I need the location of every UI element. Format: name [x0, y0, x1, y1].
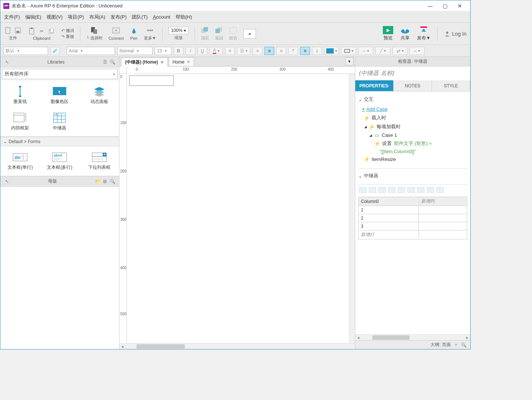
rt-btn-1[interactable] [359, 187, 366, 193]
maximize-button[interactable]: ▢ [438, 1, 452, 11]
event-onload[interactable]: ⚡ 载入时 [358, 113, 467, 122]
bold-button[interactable]: B [174, 47, 183, 55]
widget-text-area[interactable]: abcd 文本框(多行) [41, 149, 78, 173]
menu-help[interactable]: 帮助(H) [176, 14, 192, 20]
widget-hotspot[interactable]: 图像热区 [41, 84, 78, 107]
table-cell[interactable]: 2 [359, 214, 419, 222]
tab-notes[interactable]: NOTES [394, 80, 432, 91]
corner-button[interactable]: ⌐ [410, 47, 424, 55]
repeater-section[interactable]: ⌄ 中继器 [358, 168, 467, 181]
preview-button[interactable]: ▶ 预览 [383, 26, 393, 41]
col-header-0[interactable]: Column0 [359, 197, 419, 206]
align-center-button[interactable]: ≡ [265, 47, 274, 55]
menu-file[interactable]: 文件(F) [4, 14, 20, 20]
undo-button[interactable]: ↶撤消 [61, 28, 74, 33]
save-icon[interactable] [14, 26, 22, 35]
close-button[interactable]: ✕ [452, 1, 467, 11]
rt-btn-2[interactable] [369, 187, 376, 193]
inspector-hscroll[interactable]: ◂▸ [355, 334, 470, 340]
outline-label[interactable]: 大纲: 页面 [430, 342, 451, 348]
vscrollbar[interactable] [349, 74, 355, 343]
table-cell[interactable]: 3 [359, 222, 419, 230]
rt-btn-3[interactable] [378, 187, 386, 193]
font-color-button[interactable]: A [209, 47, 223, 55]
paste-icon[interactable] [28, 27, 36, 35]
design-canvas[interactable] [127, 74, 349, 343]
menu-project[interactable]: 项目(P) [68, 14, 84, 20]
align-right-button[interactable]: ≡ [276, 47, 286, 55]
rt-btn-9[interactable] [436, 187, 444, 193]
zoom-combo[interactable]: 100%▾ [169, 27, 189, 34]
table-cell[interactable] [419, 222, 467, 230]
new-file-icon[interactable] [4, 26, 12, 35]
menu-icon[interactable]: ☰ [101, 58, 109, 66]
tab-properties[interactable]: PROPERTIES• [355, 80, 394, 91]
collapse-icon[interactable]: ↖ [3, 178, 11, 185]
toolbar-overflow-button[interactable]: » [243, 29, 256, 39]
copy-icon[interactable] [47, 27, 55, 35]
toolbar-select-group[interactable]: └ 选择时 [86, 26, 103, 41]
tab-repeater-home[interactable]: (中继器) (Home) ✕ [121, 58, 168, 67]
menu-publish[interactable]: 发布(P) [110, 14, 126, 20]
repeater-widget-shape[interactable] [129, 75, 174, 86]
publish-button[interactable]: 发布▼ [417, 26, 430, 41]
fill-color-button[interactable] [324, 47, 339, 55]
action-set-text[interactable]: ⚡ 设置 部件文字 (矩形) = [358, 139, 467, 148]
forms-section-header[interactable]: ⌄ Default > Forms [0, 137, 119, 146]
valign-top-button[interactable]: ⤒ [288, 47, 298, 55]
event-itemresize[interactable]: ⚡ ItemResize [358, 155, 467, 163]
search-icon[interactable]: 🔍 [109, 58, 116, 66]
table-cell[interactable] [419, 214, 467, 222]
close-icon[interactable]: ✕ [160, 60, 164, 65]
add-page-icon[interactable]: ⊞ [101, 178, 109, 185]
widget-inline-frame[interactable]: 内部框架 [2, 110, 38, 133]
underline-button[interactable]: U [198, 47, 207, 55]
filter-icon[interactable]: ⑂ [455, 342, 457, 348]
line-style-button[interactable]: ╱ [375, 47, 390, 55]
interactions-section[interactable]: ⌄ 交互 [358, 94, 467, 105]
repeater-data-table[interactable]: Column0 新增列 1 2 3 新增行 [358, 197, 467, 239]
toolbar-back-group[interactable]: 返回 [215, 26, 223, 41]
menu-team[interactable]: 团队(T) [132, 14, 148, 20]
rt-btn-4[interactable] [388, 187, 395, 193]
widget-name-field[interactable]: (中继器 名称) [355, 67, 470, 80]
search-icon[interactable]: 🔍 [109, 178, 116, 185]
toolbar-more-group[interactable]: ••• 更多▼ [144, 26, 156, 41]
search-icon[interactable]: 🔍 [461, 342, 467, 348]
table-cell[interactable]: 1 [359, 206, 419, 214]
valign-middle-button[interactable]: ≡ [300, 47, 310, 55]
font-size-combo[interactable]: 13 [155, 47, 172, 55]
widget-text-field[interactable]: abc 文本框(单行) [2, 149, 38, 173]
arrow-style-button[interactable]: ⇄ [392, 47, 407, 55]
minimize-button[interactable]: — [423, 1, 438, 11]
menu-view[interactable]: 视图(V) [47, 14, 63, 20]
widget-droplist[interactable]: 下拉列表框 [81, 149, 118, 173]
tabs-dropdown[interactable]: ▾ [345, 57, 353, 65]
add-case-link[interactable]: + Add Case [358, 105, 467, 113]
line-spacing-button[interactable]: ☰ [237, 47, 250, 55]
collapse-icon[interactable]: ↖ [3, 58, 11, 66]
italic-button[interactable]: I [186, 47, 195, 55]
redo-button[interactable]: ↷重做 [61, 34, 74, 39]
toolbar-connect-group[interactable]: Connect [109, 27, 124, 41]
toolbar-clipboard-group[interactable]: ✂ Clipboard [28, 27, 55, 41]
font-combo[interactable]: Arial [67, 47, 115, 55]
login-button[interactable]: Log In [444, 31, 467, 37]
style-combo[interactable]: 默认 [3, 47, 48, 55]
row-new[interactable]: 新增行 [359, 230, 419, 239]
widget-vertical-line[interactable]: 垂直线 [2, 84, 38, 107]
col-header-new[interactable]: 新增列 [419, 197, 467, 206]
rt-btn-7[interactable] [417, 187, 424, 193]
bullets-button[interactable]: ≡ [225, 47, 235, 55]
tab-home[interactable]: Home ✕ [169, 57, 194, 66]
case-1[interactable]: ◢ ▭ Case 1 [358, 131, 467, 139]
valign-bottom-button[interactable]: ⤓ [312, 47, 322, 55]
library-select[interactable]: 所有部件库 [2, 69, 118, 79]
line-color-button[interactable] [341, 47, 356, 55]
share-button[interactable]: 共享 [400, 26, 410, 41]
toolbar-pen-group[interactable]: Pen [130, 27, 138, 41]
widget-repeater[interactable]: A B C 中继器 [41, 110, 78, 133]
table-cell[interactable] [419, 230, 467, 239]
menu-account[interactable]: Account [153, 14, 170, 20]
rt-btn-6[interactable] [407, 187, 415, 193]
